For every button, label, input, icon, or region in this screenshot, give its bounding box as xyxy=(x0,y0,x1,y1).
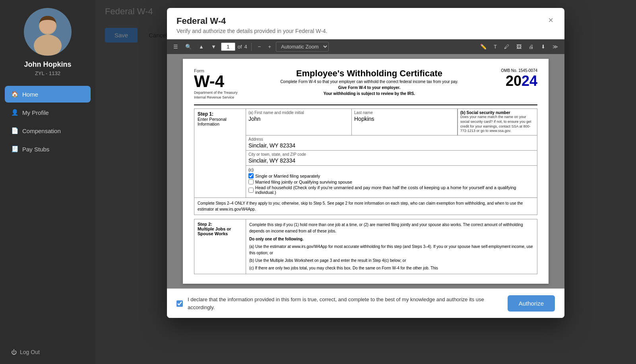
w4-step2-title: Multiple Jobs or Spouse Works xyxy=(198,227,231,236)
w4-checkbox-married: Married filing jointly or Qualifying sur… xyxy=(248,179,535,184)
power-icon: ⏻ xyxy=(11,349,17,355)
modal-close-button[interactable]: × xyxy=(547,16,555,25)
w4-first-name-value: John xyxy=(248,116,349,122)
logout-label: Log Out xyxy=(20,349,40,355)
user-id: ZYL - 1132 xyxy=(35,70,60,76)
w4-step1-row: Step 1: Enter Personal Information (a) F… xyxy=(194,108,537,198)
authorize-button[interactable]: Authorize xyxy=(508,295,555,312)
w4-step2-one: Do only one of the following. xyxy=(249,236,534,242)
w4-ssn-box: (b) Social security number Does your nam… xyxy=(458,109,537,135)
page-of-label: of xyxy=(238,44,242,50)
w4-city-value: Sinclair, WY 82334 xyxy=(248,157,535,164)
declaration-checkbox[interactable] xyxy=(176,300,183,307)
highlight-button[interactable]: 🖊 xyxy=(502,42,512,51)
logout-button[interactable]: ⏻ Log Out xyxy=(5,345,91,359)
modal-header: Federal W-4 Verify and authorize the det… xyxy=(167,8,564,39)
pdf-content-area[interactable]: Form W-4 Department of the TreasuryInter… xyxy=(167,54,564,288)
w4-step1-label: Step 1: Enter Personal Information xyxy=(194,109,246,197)
w4-last-name-label: Last name xyxy=(354,110,455,115)
toolbar-divider-1 xyxy=(251,43,252,51)
w4-checkbox-head-label: Head of household (Check only if you're … xyxy=(255,185,535,195)
w4-step1-num: Step 1: xyxy=(198,111,242,117)
modal-header-text: Federal W-4 Verify and authorize the det… xyxy=(176,16,328,34)
zoom-in-button[interactable]: + xyxy=(266,42,273,51)
w4-step2-label: Step 2: Multiple Jobs or Spouse Works xyxy=(194,219,246,274)
w4-checkbox-married-input[interactable] xyxy=(248,179,254,184)
modal-subtitle: Verify and authorize the details provide… xyxy=(176,28,328,34)
image-button[interactable]: 🖼 xyxy=(514,42,524,51)
w4-step2-c: (c) If there are only two jobs total, yo… xyxy=(249,265,534,271)
w4-form-id: Form W-4 Department of the TreasuryInter… xyxy=(194,68,238,100)
sidebar-item-profile[interactable]: 👤 My Profile xyxy=(5,104,91,121)
w4-omb: OMB No. 1545-0074 xyxy=(501,68,537,73)
sidebar: John Hopkins ZYL - 1132 🏠 Home 👤 My Prof… xyxy=(0,0,95,364)
w4-last-name-value: Hopkins xyxy=(354,116,455,122)
sidebar-item-home[interactable]: 🏠 Home xyxy=(5,86,91,103)
w4-step1-content: (a) First name and middle initial John L… xyxy=(246,109,537,197)
w4-address-row: Address Sinclair, WY 82334 xyxy=(246,136,537,151)
sidebar-toggle-button[interactable]: ☰ xyxy=(171,42,180,51)
home-icon: 🏠 xyxy=(11,91,18,98)
modal-title: Federal W-4 xyxy=(176,16,328,26)
pdf-page: Form W-4 Department of the TreasuryInter… xyxy=(183,59,549,284)
w4-address-label: Address xyxy=(248,137,535,141)
prev-page-button[interactable]: ▲ xyxy=(196,42,206,51)
w4-dept: Department of the TreasuryInternal Reven… xyxy=(194,91,238,100)
page-number-input[interactable]: 1 xyxy=(221,43,235,51)
w4-city-field: City or town, state, and ZIP code Sincla… xyxy=(246,151,537,165)
w4-step2-row: Step 2: Multiple Jobs or Spouse Works Co… xyxy=(194,219,537,274)
w4-first-name-label: (a) First name and middle initial xyxy=(248,110,349,115)
w4-ssn-label: (b) Social security number xyxy=(460,110,535,115)
w4-checkbox-head-input[interactable] xyxy=(248,188,254,193)
declaration-text: I declare that the information provided … xyxy=(188,296,503,311)
w4-address-value: Sinclair, WY 82334 xyxy=(248,142,535,149)
next-page-button[interactable]: ▼ xyxy=(209,42,219,51)
w4-step2-a: (a) Use the estimator at www.irs.gov/W4A… xyxy=(249,244,534,256)
modal-dialog: Federal W-4 Verify and authorize the det… xyxy=(167,8,564,318)
w4-first-name-field: (a) First name and middle initial John xyxy=(246,109,352,135)
sidebar-item-paystubs[interactable]: 🧾 Pay Stubs xyxy=(5,141,91,157)
profile-icon: 👤 xyxy=(11,109,18,116)
w4-checkbox-married-label: Married filing jointly or Qualifying sur… xyxy=(255,180,352,184)
modal-footer: I declare that the information provided … xyxy=(167,288,564,318)
text-button[interactable]: T xyxy=(491,42,499,51)
w4-city-row: City or town, state, and ZIP code Sincla… xyxy=(246,151,537,166)
w4-checkbox-single-input[interactable] xyxy=(248,173,254,178)
zoom-out-button[interactable]: − xyxy=(256,42,264,51)
paystubs-icon: 🧾 xyxy=(11,145,18,153)
sidebar-item-profile-label: My Profile xyxy=(22,109,49,116)
w4-step2-intro: Complete this step if you (1) hold more … xyxy=(249,222,534,234)
w4-header: Form W-4 Department of the TreasuryInter… xyxy=(194,68,537,100)
w4-step2-b: (b) Use the Multiple Jobs Worksheet on p… xyxy=(249,258,534,264)
sidebar-item-compensation[interactable]: 📄 Compensation xyxy=(5,122,91,139)
w4-form-number: W-4 xyxy=(194,73,238,90)
search-button[interactable]: 🔍 xyxy=(183,42,194,51)
w4-checkbox-single: Single or Married filing separately xyxy=(248,173,535,178)
compensation-icon: 📄 xyxy=(11,127,18,134)
page-total: 4 xyxy=(244,44,247,50)
sidebar-item-compensation-label: Compensation xyxy=(22,128,61,134)
nav-menu: 🏠 Home 👤 My Profile 📄 Compensation 🧾 Pay… xyxy=(0,86,95,340)
w4-year: 2024 xyxy=(501,73,537,89)
w4-step1-title: Enter Personal Information xyxy=(198,117,227,126)
w4-step2-content: Complete this step if you (1) hold more … xyxy=(246,219,537,274)
w4-notice: Complete Steps 2–4 ONLY if they apply to… xyxy=(194,198,537,215)
w4-notice-text: Complete Steps 2–4 ONLY if they apply to… xyxy=(198,201,523,211)
w4-main-title: Employee's Withholding Certificate xyxy=(244,68,495,79)
w4-name-row: (a) First name and middle initial John L… xyxy=(246,109,537,136)
modal-overlay: Federal W-4 Verify and authorize the det… xyxy=(95,0,636,364)
pdf-toolbar: ☰ 🔍 ▲ ▼ 1 of 4 − + Automatic Zoom ✏️ T 🖊… xyxy=(167,39,564,54)
main-content: Federal W-4 Federal W-4 Verify and autho… xyxy=(95,0,636,364)
w4-checkbox-c-label: (c) xyxy=(248,167,535,172)
print-button[interactable]: 🖨 xyxy=(526,42,536,51)
w4-address-field: Address Sinclair, WY 82334 xyxy=(246,136,537,150)
w4-last-name-field: Last name Hopkins xyxy=(352,109,458,135)
draw-button[interactable]: ✏️ xyxy=(478,42,489,51)
download-button[interactable]: ⬇ xyxy=(539,42,548,51)
w4-instructions: Complete Form W-4 so that your employer … xyxy=(244,79,495,97)
more-button[interactable]: ≫ xyxy=(550,42,560,51)
w4-border-top xyxy=(194,105,537,105)
w4-checkbox-single-label: Single or Married filing separately xyxy=(255,174,320,178)
zoom-select[interactable]: Automatic Zoom xyxy=(276,42,329,52)
w4-checkbox-head: Head of household (Check only if you're … xyxy=(248,185,535,195)
